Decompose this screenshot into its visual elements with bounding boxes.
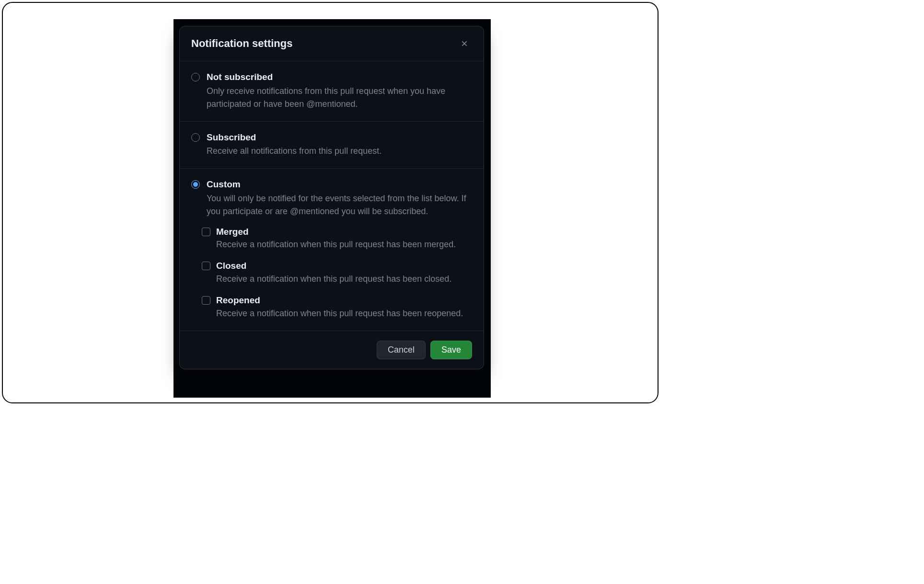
option-row: Not subscribed Only receive notification… (191, 71, 472, 111)
option-custom[interactable]: Custom You will only be notified for the… (180, 169, 484, 331)
option-title: Custom (207, 178, 472, 191)
notification-settings-dialog: Notification settings Not subscribed Onl… (179, 26, 484, 369)
option-row: Subscribed Receive all notifications fro… (191, 131, 472, 158)
option-desc: You will only be notified for the events… (207, 192, 472, 218)
subopt-title: Reopened (216, 294, 472, 307)
option-subscribed[interactable]: Subscribed Receive all notifications fro… (180, 122, 484, 169)
option-desc: Receive all notifications from this pull… (207, 145, 472, 158)
subopt-title: Closed (216, 260, 472, 273)
checkbox-merged[interactable] (202, 228, 210, 236)
close-button[interactable] (457, 36, 472, 51)
option-title: Not subscribed (207, 71, 472, 84)
cancel-button[interactable]: Cancel (377, 341, 426, 359)
option-title: Subscribed (207, 131, 472, 144)
close-icon (460, 39, 469, 48)
option-text: Subscribed Receive all notifications fro… (207, 131, 472, 158)
dialog-title: Notification settings (191, 37, 292, 50)
option-desc: Only receive notifications from this pul… (207, 85, 472, 111)
option-not-subscribed[interactable]: Not subscribed Only receive notification… (180, 61, 484, 122)
radio-not-subscribed[interactable] (191, 73, 200, 81)
subopt-desc: Receive a notification when this pull re… (216, 273, 472, 286)
subopt-desc: Receive a notification when this pull re… (216, 238, 472, 251)
event-reopened[interactable]: Reopened Receive a notification when thi… (202, 294, 472, 320)
checkbox-closed[interactable] (202, 262, 210, 270)
dialog-footer: Cancel Save (180, 331, 484, 369)
checkbox-reopened[interactable] (202, 296, 210, 305)
option-text: Not subscribed Only receive notification… (207, 71, 472, 111)
dialog-header: Notification settings (180, 26, 484, 61)
subopt-text: Merged Receive a notification when this … (216, 226, 472, 252)
event-merged[interactable]: Merged Receive a notification when this … (202, 226, 472, 252)
subopt-title: Merged (216, 226, 472, 239)
radio-subscribed[interactable] (191, 133, 200, 142)
subopt-text: Closed Receive a notification when this … (216, 260, 472, 286)
frame: Notification settings Not subscribed Onl… (2, 2, 658, 403)
subopt-desc: Receive a notification when this pull re… (216, 307, 472, 320)
option-text: Custom You will only be notified for the… (207, 178, 472, 218)
radio-custom[interactable] (191, 180, 200, 189)
save-button[interactable]: Save (430, 341, 472, 359)
custom-events: Merged Receive a notification when this … (191, 226, 472, 320)
subopt-text: Reopened Receive a notification when thi… (216, 294, 472, 320)
event-closed[interactable]: Closed Receive a notification when this … (202, 260, 472, 286)
option-row: Custom You will only be notified for the… (191, 178, 472, 218)
